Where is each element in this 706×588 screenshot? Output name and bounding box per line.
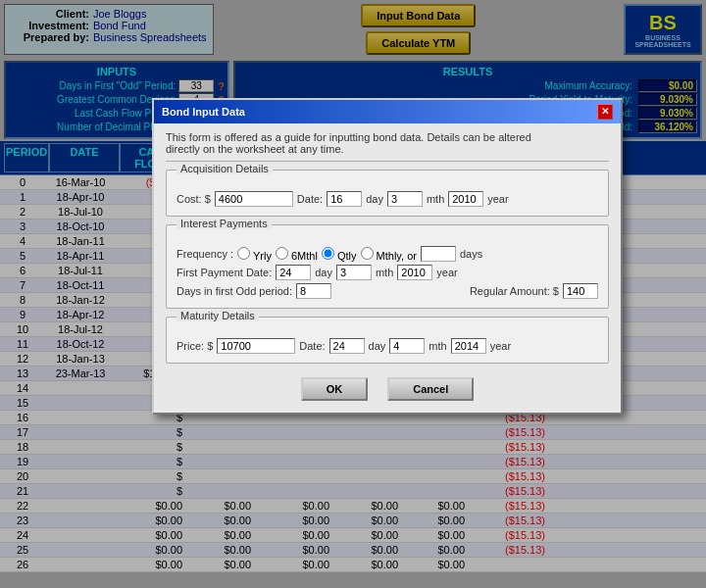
fp-mth-label: mth bbox=[376, 267, 393, 278]
odd-period-row: Days in first Odd period: Regular Amount… bbox=[176, 283, 598, 299]
dialog-title-bar: Bond Input Data ✕ bbox=[154, 100, 621, 123]
fp-day-label: day bbox=[315, 267, 332, 278]
mat-mth-input[interactable] bbox=[389, 338, 425, 354]
acq-year-label: year bbox=[487, 193, 508, 205]
freq-6mthl-label[interactable]: 6Mthl bbox=[276, 247, 318, 262]
acq-day-label: day bbox=[366, 193, 383, 205]
bond-input-dialog: Bond Input Data ✕ This form is offered a… bbox=[152, 98, 623, 415]
cost-label: Cost: $ bbox=[176, 193, 211, 205]
fp-mth-input[interactable] bbox=[336, 265, 372, 280]
acquisition-title: Acquisition Details bbox=[176, 163, 273, 174]
mat-date-label: Date: bbox=[299, 340, 325, 352]
first-payment-label: First Payment Date: bbox=[176, 267, 272, 278]
acquisition-section: Acquisition Details Cost: $ Date: day mt… bbox=[166, 170, 609, 217]
maturity-row: Price: $ Date: day mth year bbox=[176, 338, 598, 354]
freq-yrly-label[interactable]: Yrly bbox=[237, 247, 272, 262]
fp-year-label: year bbox=[436, 267, 457, 278]
ok-button[interactable]: OK bbox=[301, 377, 369, 401]
interest-title: Interest Payments bbox=[176, 218, 272, 229]
dialog-title-text: Bond Input Data bbox=[162, 106, 245, 118]
mat-year-input[interactable] bbox=[451, 338, 486, 354]
dialog-body: This form is offered as a guide for inpu… bbox=[154, 123, 621, 413]
acq-mth-label: mth bbox=[427, 193, 444, 205]
cost-input[interactable] bbox=[215, 191, 293, 207]
mat-day-label: day bbox=[369, 340, 386, 352]
maturity-section: Maturity Details Price: $ Date: day mth … bbox=[166, 317, 609, 364]
odd-period-label: Days in first Odd period: bbox=[176, 285, 292, 297]
days-label: days bbox=[460, 248, 482, 260]
fp-year-input[interactable] bbox=[397, 265, 432, 280]
freq-label: Frequency : bbox=[176, 248, 233, 260]
fp-day-input[interactable] bbox=[276, 265, 311, 280]
maturity-title: Maturity Details bbox=[176, 310, 259, 321]
dialog-close-button[interactable]: ✕ bbox=[597, 104, 613, 120]
acq-day-input[interactable] bbox=[327, 191, 362, 207]
freq-yrly-radio[interactable] bbox=[237, 247, 250, 260]
acq-mth-input[interactable] bbox=[387, 191, 423, 207]
date-label: Date: bbox=[297, 193, 323, 205]
interest-section: Interest Payments Frequency : Yrly 6Mthl… bbox=[166, 224, 609, 309]
first-payment-row: First Payment Date: day mth year bbox=[176, 265, 598, 280]
dialog-buttons: OK Cancel bbox=[166, 371, 609, 405]
freq-qtly-label[interactable]: Qtly bbox=[322, 247, 357, 262]
freq-mthly-radio[interactable] bbox=[361, 247, 374, 260]
mat-mth-label: mth bbox=[429, 340, 446, 352]
acquisition-row: Cost: $ Date: day mth year bbox=[176, 191, 598, 207]
mat-day-input[interactable] bbox=[329, 338, 365, 354]
frequency-row: Frequency : Yrly 6Mthl Qtly Mthly, or da… bbox=[176, 246, 598, 262]
price-label: Price: $ bbox=[176, 340, 213, 352]
price-input[interactable] bbox=[217, 338, 295, 354]
dialog-intro-text: This form is offered as a guide for inpu… bbox=[166, 131, 609, 162]
mat-year-label: year bbox=[490, 340, 511, 352]
freq-mthly-label[interactable]: Mthly, or bbox=[361, 247, 417, 262]
regular-amount-input[interactable] bbox=[563, 283, 598, 299]
odd-period-input[interactable] bbox=[296, 283, 331, 299]
regular-label: Regular Amount: $ bbox=[470, 285, 559, 297]
acq-year-input[interactable] bbox=[448, 191, 483, 207]
cancel-button[interactable]: Cancel bbox=[387, 377, 474, 401]
freq-days-input[interactable] bbox=[421, 246, 456, 262]
freq-qtly-radio[interactable] bbox=[322, 247, 334, 260]
freq-6mthl-radio[interactable] bbox=[276, 247, 288, 260]
